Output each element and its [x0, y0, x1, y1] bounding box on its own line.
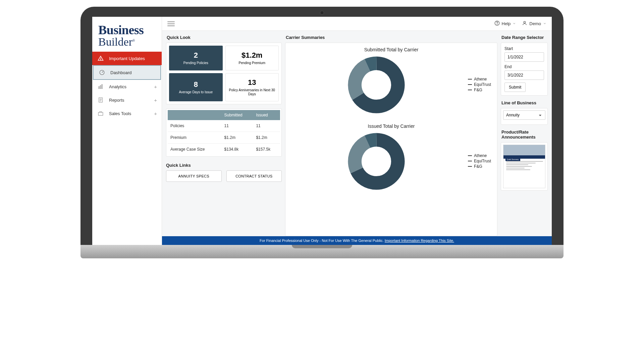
donut-chart-submitted: 66% 27% 7% [291, 56, 461, 113]
date-range-card: Start End Submit [501, 43, 548, 96]
submit-button[interactable]: Submit [504, 83, 526, 92]
cell: $1.2m [253, 132, 280, 144]
announcements-card[interactable]: Quick Summary [501, 142, 548, 191]
logo: Business Builder® [92, 17, 162, 52]
sidebar-item-label: Sales Tools [109, 111, 131, 116]
annuity-specs-button[interactable]: ANNUITY SPECS [166, 170, 222, 182]
briefcase-icon [97, 110, 104, 116]
stat-label: Pending Premium [239, 61, 265, 65]
svg-point-13 [524, 21, 526, 23]
contract-status-button[interactable]: CONTRACT STATUS [226, 170, 282, 182]
legend-label: EquiTrust [474, 159, 491, 163]
chart-legend: Athene EquiTrust F&G [468, 153, 491, 169]
cell: 11 [222, 120, 254, 132]
table-header [168, 110, 222, 120]
announcement-thumbnail: Quick Summary [503, 145, 545, 188]
seg-label-equitrust: 25% [308, 143, 316, 147]
svg-rect-3 [99, 87, 99, 89]
logo-line1: Business [98, 23, 156, 36]
legend-label: Athene [474, 153, 487, 158]
svg-rect-4 [100, 86, 101, 89]
footer: For Financial Professional Use Only - No… [162, 236, 552, 245]
stat-pending-policies[interactable]: 2 Pending Policies [169, 46, 223, 70]
topbar: Help Demo [162, 17, 552, 31]
row-header: Average Case Size [168, 144, 222, 155]
help-menu[interactable]: Help [494, 20, 516, 27]
warning-icon [97, 55, 104, 61]
svg-point-12 [497, 24, 497, 24]
footer-text: For Financial Professional Use Only - No… [260, 239, 385, 243]
lob-card: Annuity [501, 108, 548, 125]
sidebar-item-label: Analytics [109, 84, 126, 89]
svg-point-21 [355, 140, 398, 183]
stat-anniversaries[interactable]: 13 Policy Anniversaries in Next 30 Days [225, 73, 279, 101]
cell: 11 [253, 120, 280, 132]
start-date-input[interactable] [504, 52, 544, 62]
stat-value: 2 [194, 51, 198, 60]
end-label: End [504, 64, 544, 69]
stat-avg-days-issue[interactable]: 8 Average Days to Issue [169, 73, 223, 101]
end-date-input[interactable] [504, 70, 544, 80]
gauge-icon [98, 69, 106, 75]
logo-line2-text: Builder [98, 36, 132, 48]
table-header: Issued [253, 110, 280, 120]
sidebar-item-sales-tools[interactable]: Sales Tools + [92, 107, 162, 120]
stat-value: 13 [248, 78, 256, 87]
seg-label-fg: 7% [303, 88, 309, 92]
stat-value: $1.2m [241, 51, 262, 60]
sidebar-item-dashboard[interactable]: Dashboard [93, 65, 161, 80]
chevron-down-icon [543, 21, 546, 26]
svg-point-17 [355, 63, 398, 107]
row-header: Policies [168, 120, 222, 132]
seg-label-athene: 68% [335, 175, 342, 179]
table-row: Premium $1.2m $1.2m [168, 132, 280, 144]
user-icon [522, 20, 527, 27]
user-label: Demo [529, 21, 541, 26]
expand-icon: + [154, 84, 157, 90]
chart-title-submitted: Submitted Total by Carrier [291, 47, 491, 52]
legend-label: F&G [474, 88, 482, 92]
start-label: Start [504, 46, 544, 51]
sidebar-item-label: Important Updates [109, 56, 145, 61]
expand-icon: + [154, 111, 157, 116]
table-header: Submitted [222, 110, 254, 120]
svg-rect-5 [102, 85, 102, 89]
menu-toggle-button[interactable] [167, 21, 175, 26]
seg-label-athene: 66% [335, 97, 342, 101]
row-header: Premium [168, 132, 222, 144]
expand-icon: + [154, 97, 157, 103]
chart-legend: Athene EquiTrust F&G [468, 77, 491, 93]
legend-label: Athene [474, 77, 487, 82]
stat-pending-premium[interactable]: $1.2m Pending Premium [225, 46, 279, 70]
cell: $134.8k [222, 144, 254, 155]
legend-label: EquiTrust [474, 82, 491, 87]
table-row: Policies 11 11 [168, 120, 280, 132]
stat-value: 8 [194, 80, 198, 89]
cell: $1.2m [222, 132, 254, 144]
sidebar-item-label: Dashboard [110, 70, 132, 75]
stat-label: Pending Policies [183, 61, 208, 65]
sidebar-item-reports[interactable]: Reports + [92, 93, 162, 107]
help-label: Help [502, 21, 511, 26]
document-icon [97, 97, 104, 103]
quick-look-card: 2 Pending Policies $1.2m Pending Premium… [166, 43, 282, 104]
chevron-down-icon [513, 21, 516, 26]
table-row: Average Case Size $134.8k $157.5k [168, 144, 280, 155]
user-menu[interactable]: Demo [522, 20, 546, 27]
svg-rect-10 [98, 112, 103, 115]
chart-icon [97, 84, 104, 90]
logo-line2: Builder® [98, 36, 156, 48]
logo-mark: ® [132, 39, 135, 42]
chart-title-issued: Issued Total by Carrier [291, 123, 491, 129]
stat-label: Policy Anniversaries in Next 30 Days [228, 88, 277, 96]
sidebar-item-important-updates[interactable]: Important Updates [92, 52, 162, 65]
lob-select[interactable]: Annuity [503, 110, 545, 120]
quick-look-title: Quick Look [167, 35, 282, 40]
donut-chart-issued: 68% 25% 7% [291, 133, 461, 190]
announcements-title: Product/Rate Announcements [501, 130, 548, 140]
seg-label-fg: 7% [303, 165, 309, 169]
svg-point-1 [100, 59, 101, 60]
sidebar-item-analytics[interactable]: Analytics + [92, 80, 162, 93]
footer-link[interactable]: Important Information Regarding This Sit… [385, 239, 454, 243]
carrier-summaries-title: Carrier Summaries [286, 35, 497, 40]
